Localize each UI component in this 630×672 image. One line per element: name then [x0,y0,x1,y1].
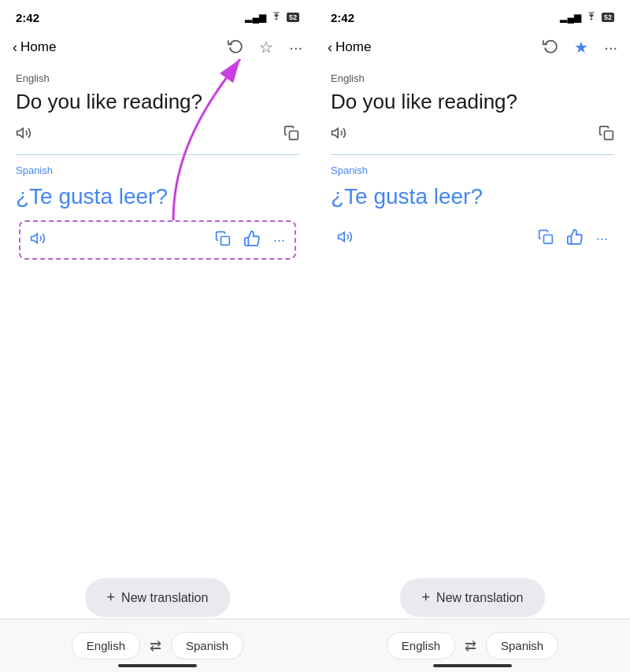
nav-right-left: ☆ ··· [228,38,302,57]
source-text-left[interactable]: Do you like reading? [16,89,299,116]
svg-marker-8 [339,232,345,242]
source-copy-icon-left[interactable] [284,125,299,145]
trans-actions-highlighted-left: ··· [19,220,296,260]
svg-rect-9 [543,235,552,244]
phone-panel-right: 2:42 ▂▄▆ 52 ‹ Home [315,0,630,672]
source-speaker-icon-right[interactable] [331,125,346,145]
more-icon-left[interactable]: ··· [289,39,302,57]
source-actions-left [16,125,299,151]
new-translation-btn-right[interactable]: + New translation [400,578,546,617]
home-label-right[interactable]: Home [335,39,371,55]
source-lang-btn-left[interactable]: English [72,632,140,659]
wifi-icon-left [270,12,283,24]
home-bar-right [433,664,512,667]
back-icon-left[interactable]: ‹ [13,39,17,56]
trans-actions-inner-left: ··· [30,230,285,250]
svg-rect-7 [605,131,613,139]
svg-marker-6 [332,128,339,138]
history-icon-right[interactable] [543,38,558,57]
signal-icon-right: ▂▄▆ [560,12,581,23]
source-lang-label-left: English [16,72,299,84]
target-lang-btn-right[interactable]: Spanish [486,632,558,659]
status-bar-right: 2:42 ▂▄▆ 52 [315,0,630,31]
trans-copy-icon-right[interactable] [538,229,554,248]
trans-text-right: ¿Te gusta leer? [331,183,614,211]
trans-more-icon-left[interactable]: ··· [273,232,285,249]
signal-icon-left: ▂▄▆ [245,12,266,23]
source-section-right: English Do you like reading? [315,66,630,154]
new-translation-label-left: New translation [121,591,208,605]
phone-panel-left: 2:42 ▂▄▆ 52 ‹ Home [0,0,315,672]
trans-thumb-icon-left[interactable] [243,230,261,250]
status-time-right: 2:42 [331,11,354,24]
home-bar-left [118,664,197,667]
new-translation-area-left: + New translation [0,578,315,617]
trans-lang-label-right: Spanish [331,164,614,176]
svg-rect-1 [290,131,298,139]
status-bar-left: 2:42 ▂▄▆ 52 [0,0,315,31]
battery-icon-left: 52 [287,13,299,22]
source-lang-btn-right[interactable]: English [387,632,455,659]
back-icon-right[interactable]: ‹ [328,39,332,56]
source-lang-label-right: English [331,72,614,84]
nav-right-right: ★ ··· [543,38,617,57]
trans-thumb-icon-right[interactable] [566,228,584,249]
trans-speaker-icon-right[interactable] [337,229,353,248]
battery-icon-right: 52 [602,13,614,22]
status-icons-left: ▂▄▆ 52 [245,12,299,24]
translation-section-left: Spanish ¿Te gusta leer? [0,155,315,266]
nav-bar-left: ‹ Home ☆ ··· [0,31,315,66]
trans-more-icon-right[interactable]: ··· [596,231,608,247]
home-label-left[interactable]: Home [20,39,56,55]
wifi-icon-right [585,12,598,24]
trans-text-left: ¿Te gusta leer? [16,183,299,211]
trans-action-right-right: ··· [538,228,608,249]
star-icon-right[interactable]: ★ [574,38,588,57]
history-icon-left[interactable] [228,38,243,57]
source-actions-right [331,125,614,151]
star-icon-left[interactable]: ☆ [259,38,273,57]
swap-icon-right[interactable]: ⇄ [455,637,486,655]
trans-action-right-left: ··· [215,230,285,250]
trans-actions-inner-right: ··· [337,228,608,249]
svg-marker-0 [17,128,24,138]
new-translation-area-right: + New translation [315,578,630,617]
trans-actions-right: ··· [328,220,617,257]
nav-bar-right: ‹ Home ★ ··· [315,31,630,66]
trans-lang-label-left: Spanish [16,164,299,176]
status-time-left: 2:42 [16,11,39,24]
source-text-right[interactable]: Do you like reading? [331,89,614,116]
plus-icon-right: + [422,589,431,606]
translation-section-right: Spanish ¿Te gusta leer? [315,155,630,263]
source-copy-icon-right[interactable] [598,125,614,145]
plus-icon-left: + [107,589,116,606]
source-speaker-icon-left[interactable] [16,125,32,145]
nav-left-left[interactable]: ‹ Home [13,39,56,56]
svg-marker-2 [32,234,38,243]
svg-rect-3 [220,237,229,246]
swap-icon-left[interactable]: ⇄ [140,637,171,655]
trans-copy-icon-left[interactable] [215,231,231,249]
trans-speaker-icon-left[interactable] [30,231,46,249]
target-lang-btn-left[interactable]: Spanish [171,632,243,659]
source-section-left: English Do you like reading? [0,66,315,154]
status-icons-right: ▂▄▆ 52 [560,12,614,24]
new-translation-label-right: New translation [436,591,523,605]
new-translation-btn-left[interactable]: + New translation [85,578,231,617]
more-icon-right[interactable]: ··· [604,39,617,57]
nav-left-right[interactable]: ‹ Home [328,39,371,56]
